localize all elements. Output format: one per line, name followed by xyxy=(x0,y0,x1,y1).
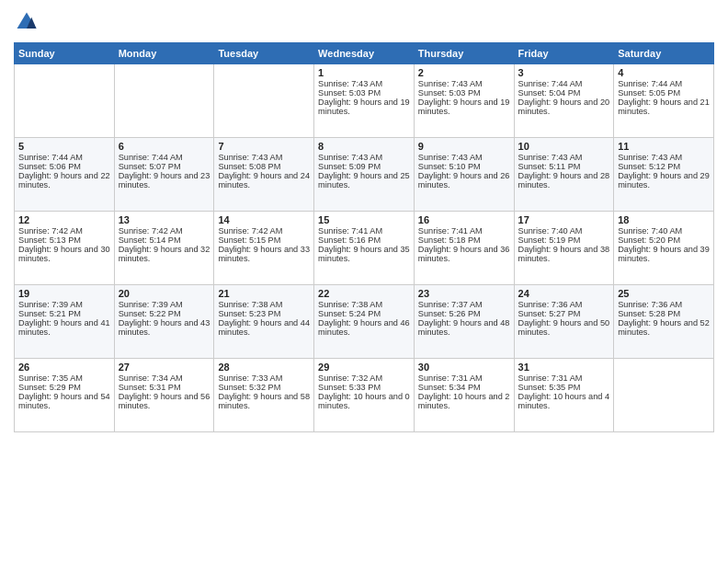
calendar-cell: 20Sunrise: 7:39 AMSunset: 5:22 PMDayligh… xyxy=(114,285,214,359)
daylight-text: Daylight: 9 hours and 20 minutes. xyxy=(518,98,610,116)
sunrise-text: Sunrise: 7:43 AM xyxy=(318,153,410,162)
day-number: 23 xyxy=(418,288,510,299)
sunset-text: Sunset: 5:03 PM xyxy=(318,88,410,98)
sunrise-text: Sunrise: 7:39 AM xyxy=(119,300,210,309)
day-number: 27 xyxy=(119,362,210,373)
sunrise-text: Sunrise: 7:33 AM xyxy=(218,373,310,383)
daylight-text: Daylight: 9 hours and 54 minutes. xyxy=(18,392,110,410)
daylight-text: Daylight: 9 hours and 33 minutes. xyxy=(218,245,310,263)
daylight-text: Daylight: 9 hours and 43 minutes. xyxy=(119,318,210,337)
calendar-cell xyxy=(114,64,214,138)
sunset-text: Sunset: 5:15 PM xyxy=(218,236,310,245)
sunrise-text: Sunrise: 7:42 AM xyxy=(18,226,110,236)
calendar-week-1: 1Sunrise: 7:43 AMSunset: 5:03 PMDaylight… xyxy=(15,64,714,138)
day-number: 21 xyxy=(218,288,310,299)
daylight-text: Daylight: 9 hours and 29 minutes. xyxy=(618,171,710,190)
sunrise-text: Sunrise: 7:31 AM xyxy=(518,373,610,383)
daylight-text: Daylight: 10 hours and 0 minutes. xyxy=(318,392,410,410)
sunrise-text: Sunrise: 7:32 AM xyxy=(318,373,410,383)
daylight-text: Daylight: 9 hours and 24 minutes. xyxy=(218,171,310,190)
sunset-text: Sunset: 5:33 PM xyxy=(318,383,410,392)
daylight-text: Daylight: 10 hours and 2 minutes. xyxy=(418,392,510,410)
sunrise-text: Sunrise: 7:37 AM xyxy=(418,300,510,309)
sunset-text: Sunset: 5:24 PM xyxy=(318,309,410,318)
logo-icon xyxy=(14,9,40,35)
calendar-week-5: 26Sunrise: 7:35 AMSunset: 5:29 PMDayligh… xyxy=(15,359,714,432)
calendar-cell: 6Sunrise: 7:44 AMSunset: 5:07 PMDaylight… xyxy=(114,138,214,212)
sunset-text: Sunset: 5:12 PM xyxy=(618,162,710,171)
calendar-cell: 29Sunrise: 7:32 AMSunset: 5:33 PMDayligh… xyxy=(314,359,415,432)
sunset-text: Sunset: 5:04 PM xyxy=(518,88,610,98)
calendar-cell xyxy=(15,64,115,138)
sunset-text: Sunset: 5:28 PM xyxy=(618,309,710,318)
calendar-cell: 22Sunrise: 7:38 AMSunset: 5:24 PMDayligh… xyxy=(314,285,415,359)
day-number: 4 xyxy=(618,67,710,78)
calendar-cell: 11Sunrise: 7:43 AMSunset: 5:12 PMDayligh… xyxy=(614,138,714,212)
sunrise-text: Sunrise: 7:31 AM xyxy=(418,373,510,383)
day-number: 7 xyxy=(218,141,310,152)
calendar-cell: 8Sunrise: 7:43 AMSunset: 5:09 PMDaylight… xyxy=(314,138,415,212)
sunset-text: Sunset: 5:16 PM xyxy=(318,236,410,245)
weekday-header-sunday: Sunday xyxy=(15,43,115,64)
day-number: 20 xyxy=(119,288,210,299)
daylight-text: Daylight: 9 hours and 19 minutes. xyxy=(418,98,510,116)
day-number: 11 xyxy=(618,141,710,152)
weekday-header-friday: Friday xyxy=(514,43,614,64)
day-number: 18 xyxy=(618,214,710,225)
day-number: 13 xyxy=(119,214,210,225)
day-number: 16 xyxy=(418,214,510,225)
calendar-cell: 18Sunrise: 7:40 AMSunset: 5:20 PMDayligh… xyxy=(614,212,714,285)
sunset-text: Sunset: 5:23 PM xyxy=(218,309,310,318)
calendar-cell: 19Sunrise: 7:39 AMSunset: 5:21 PMDayligh… xyxy=(15,285,115,359)
sunset-text: Sunset: 5:05 PM xyxy=(618,88,710,98)
sunrise-text: Sunrise: 7:43 AM xyxy=(418,79,510,88)
sunrise-text: Sunrise: 7:38 AM xyxy=(318,300,410,309)
calendar-cell: 15Sunrise: 7:41 AMSunset: 5:16 PMDayligh… xyxy=(314,212,415,285)
day-number: 12 xyxy=(18,214,110,225)
daylight-text: Daylight: 9 hours and 50 minutes. xyxy=(518,318,610,337)
sunset-text: Sunset: 5:14 PM xyxy=(119,236,210,245)
sunset-text: Sunset: 5:26 PM xyxy=(418,309,510,318)
sunrise-text: Sunrise: 7:39 AM xyxy=(18,300,110,309)
day-number: 26 xyxy=(18,362,110,373)
sunrise-text: Sunrise: 7:41 AM xyxy=(418,226,510,236)
calendar-cell: 30Sunrise: 7:31 AMSunset: 5:34 PMDayligh… xyxy=(414,359,514,432)
day-number: 29 xyxy=(318,362,410,373)
daylight-text: Daylight: 9 hours and 22 minutes. xyxy=(18,171,110,190)
daylight-text: Daylight: 9 hours and 48 minutes. xyxy=(418,318,510,337)
calendar-cell: 2Sunrise: 7:43 AMSunset: 5:03 PMDaylight… xyxy=(414,64,514,138)
day-number: 25 xyxy=(618,288,710,299)
day-number: 3 xyxy=(518,67,610,78)
calendar-cell: 1Sunrise: 7:43 AMSunset: 5:03 PMDaylight… xyxy=(314,64,415,138)
sunrise-text: Sunrise: 7:44 AM xyxy=(618,79,710,88)
calendar-cell: 28Sunrise: 7:33 AMSunset: 5:32 PMDayligh… xyxy=(214,359,314,432)
daylight-text: Daylight: 9 hours and 21 minutes. xyxy=(618,98,710,116)
sunrise-text: Sunrise: 7:34 AM xyxy=(119,373,210,383)
sunset-text: Sunset: 5:31 PM xyxy=(119,383,210,392)
day-number: 15 xyxy=(318,214,410,225)
day-number: 24 xyxy=(518,288,610,299)
calendar-cell xyxy=(214,64,314,138)
sunset-text: Sunset: 5:03 PM xyxy=(418,88,510,98)
calendar-cell: 5Sunrise: 7:44 AMSunset: 5:06 PMDaylight… xyxy=(15,138,115,212)
daylight-text: Daylight: 9 hours and 44 minutes. xyxy=(218,318,310,337)
day-number: 17 xyxy=(518,214,610,225)
sunset-text: Sunset: 5:20 PM xyxy=(618,236,710,245)
sunrise-text: Sunrise: 7:43 AM xyxy=(518,153,610,162)
daylight-text: Daylight: 9 hours and 38 minutes. xyxy=(518,245,610,263)
daylight-text: Daylight: 9 hours and 36 minutes. xyxy=(418,245,510,263)
calendar-cell: 7Sunrise: 7:43 AMSunset: 5:08 PMDaylight… xyxy=(214,138,314,212)
sunset-text: Sunset: 5:18 PM xyxy=(418,236,510,245)
calendar-cell xyxy=(614,359,714,432)
daylight-text: Daylight: 9 hours and 30 minutes. xyxy=(18,245,110,263)
calendar-cell: 13Sunrise: 7:42 AMSunset: 5:14 PMDayligh… xyxy=(114,212,214,285)
sunrise-text: Sunrise: 7:43 AM xyxy=(418,153,510,162)
daylight-text: Daylight: 9 hours and 56 minutes. xyxy=(119,392,210,410)
calendar-cell: 23Sunrise: 7:37 AMSunset: 5:26 PMDayligh… xyxy=(414,285,514,359)
day-number: 6 xyxy=(119,141,210,152)
sunset-text: Sunset: 5:27 PM xyxy=(518,309,610,318)
daylight-text: Daylight: 9 hours and 23 minutes. xyxy=(119,171,210,190)
sunrise-text: Sunrise: 7:42 AM xyxy=(119,226,210,236)
logo xyxy=(14,9,43,35)
sunset-text: Sunset: 5:07 PM xyxy=(119,162,210,171)
